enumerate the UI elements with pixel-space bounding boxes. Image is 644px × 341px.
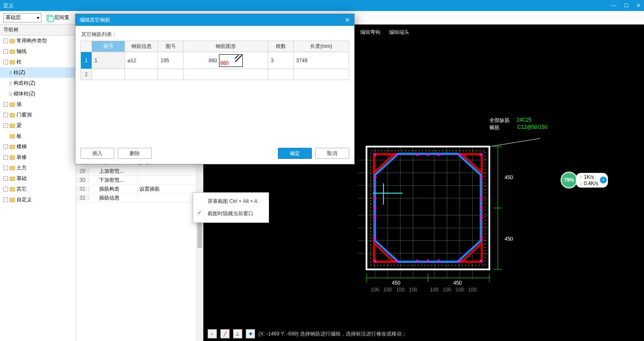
svg-point-45 [480,197,482,200]
ctx-screenshot[interactable]: 屏幕截图 Ctrl + Alt + A [193,195,269,208]
th-shape[interactable]: 钢筋图形 [183,41,268,52]
cancel-button[interactable]: 取消 [315,148,349,159]
tree-item[interactable]: -常用构件类型 [0,36,76,46]
percent-badge[interactable]: 79% [561,172,577,189]
folder-icon [10,134,15,139]
folder-icon [10,124,15,128]
tree-item[interactable]: ▯砌体柱(Z) [0,89,76,99]
vp-btn-4[interactable]: ✚ [246,329,255,338]
tree-label: 装修 [17,154,27,161]
tree-item[interactable]: -楼梯 [0,141,76,152]
prop-row[interactable]: 32插筋信息 [76,194,203,202]
tree-item[interactable]: -柱 [0,57,76,67]
vp-btn-2[interactable]: ╱ [220,329,230,338]
svg-text:100: 100 [371,287,379,291]
svg-marker-24 [375,154,481,262]
expand-icon[interactable]: - [3,113,8,117]
dialog-close-icon[interactable]: ✕ [345,17,350,23]
expand-icon[interactable]: - [3,49,8,54]
layer-copy-button[interactable]: 层间复 [44,13,72,23]
cell-count[interactable]: 3 [268,52,294,69]
cell-info[interactable]: ⌀12 [125,52,158,69]
check-icon: ✓ [197,210,202,216]
tree-item[interactable]: -土方 [0,163,76,173]
tree-item[interactable]: 板 [0,131,76,141]
prop-name: 插筋构造 [89,186,138,193]
speed-widget[interactable]: 79% ↑1K/s ↓0.4K/s + [561,172,608,189]
tree-item[interactable]: ▯构造柱(Z) [0,78,76,89]
cell-length[interactable]: 3749 [294,52,349,69]
delete-button[interactable]: 删除 [118,148,152,159]
svg-text:450: 450 [392,280,400,286]
expand-icon[interactable]: - [3,144,8,149]
maximize-icon[interactable]: ☐ [624,3,629,8]
table-row[interactable]: 2 [81,69,349,80]
expand-icon[interactable]: - [3,176,8,181]
dialog-body: 其它钢筋列表： 筋号 钢筋信息 图号 钢筋图形 根数 长度(mm) 1 1 ⌀1… [75,26,354,144]
th-tuhao[interactable]: 图号 [158,41,183,52]
expand-icon[interactable]: - [3,39,8,43]
ctx-label-1: 屏幕截图 Ctrl + Alt + A [208,198,258,204]
expand-icon[interactable]: - [3,155,8,160]
prop-row[interactable]: 30下加密范... [76,176,203,185]
th-jinhao[interactable]: 筋号 [92,41,125,52]
svg-line-16 [489,122,540,147]
tree-item[interactable]: -其它 [0,184,76,194]
minimize-icon[interactable]: — [611,3,616,8]
cell-tuhao[interactable]: 195 [158,52,183,69]
tree-item[interactable]: -梁 [0,120,76,131]
expand-icon[interactable]: - [3,102,8,107]
dialog-titlebar[interactable]: 编辑其它钢筋 ✕ [75,14,354,26]
vp-btn-1[interactable]: ⌐ [208,329,217,338]
status-text: (X: -1469 Y: -699) 选择钢筋进行编辑，选择标注进行修改或移动； [258,330,407,338]
tree-item[interactable]: -自定义 [0,194,76,205]
tree-label: 常用构件类型 [17,37,47,44]
tree-label: 自定义 [17,196,32,203]
folder-icon [10,155,15,160]
vp-btn-3[interactable]: ⊥ [233,329,242,338]
cell-shape[interactable]: 860 860 [183,52,268,69]
svg-text:100: 100 [455,287,464,291]
ctx-hide-window[interactable]: ✓ 截图时隐藏当前窗口 [193,208,269,220]
tab-edit-end[interactable]: 编辑端头 [389,29,409,36]
th-count[interactable]: 根数 [268,41,294,52]
expand-icon[interactable]: - [3,60,8,64]
cell-idx[interactable]: 1 [81,52,92,69]
tab-edit-hook[interactable]: 编辑弯钩 [360,29,380,36]
svg-point-35 [427,260,429,262]
cell-jinhao[interactable]: 1 [92,52,125,69]
cell-idx[interactable]: 2 [81,69,92,80]
prop-value[interactable]: 设置插筋 [138,186,195,193]
tree-item[interactable]: -轴线 [0,46,76,57]
table-row[interactable]: 1 1 ⌀12 195 860 860 3 374 [81,52,349,69]
expand-icon[interactable]: - [3,166,8,170]
scrollbar-thumb[interactable] [197,222,202,248]
window-controls: — ☐ ✕ [611,3,641,8]
tree-item[interactable]: ▯柱(Z) [0,67,76,78]
th-idx[interactable] [81,41,92,52]
tree-item[interactable]: -基础 [0,173,76,184]
svg-point-44 [480,176,482,178]
svg-line-79 [235,55,242,62]
svg-point-47 [480,216,482,219]
shape-dim-b: 860 [220,60,229,66]
nav-tree[interactable]: -常用构件类型-轴线-柱▯柱(Z)▯构造柱(Z)▯砌体柱(Z)-墙-门窗洞-梁板… [0,36,76,205]
arrow-up-icon: ↑ [580,174,582,180]
tree-item[interactable]: -门窗洞 [0,110,76,120]
svg-line-21 [462,154,482,173]
tree-item[interactable]: -墙 [0,99,76,110]
expand-icon[interactable]: - [3,187,8,191]
prop-row[interactable]: 31插筋构造设置插筋 [76,185,203,194]
insert-button[interactable]: 插入 [80,148,114,159]
ok-button[interactable]: 确定 [278,148,312,159]
expand-icon[interactable]: - [3,123,8,128]
cad-drawing[interactable]: 450 450 450 450 100100 100100 100100 100… [358,109,540,291]
expand-icon[interactable]: - [3,197,8,202]
layer-select[interactable]: 基础层 ▾ [3,13,42,22]
close-icon[interactable]: ✕ [636,3,641,8]
plus-icon[interactable]: + [600,177,607,183]
prop-row[interactable]: 29上加密范... [76,167,203,176]
th-info[interactable]: 钢筋信息 [125,41,158,52]
tree-item[interactable]: -装修 [0,152,76,163]
th-length[interactable]: 长度(mm) [294,41,349,52]
